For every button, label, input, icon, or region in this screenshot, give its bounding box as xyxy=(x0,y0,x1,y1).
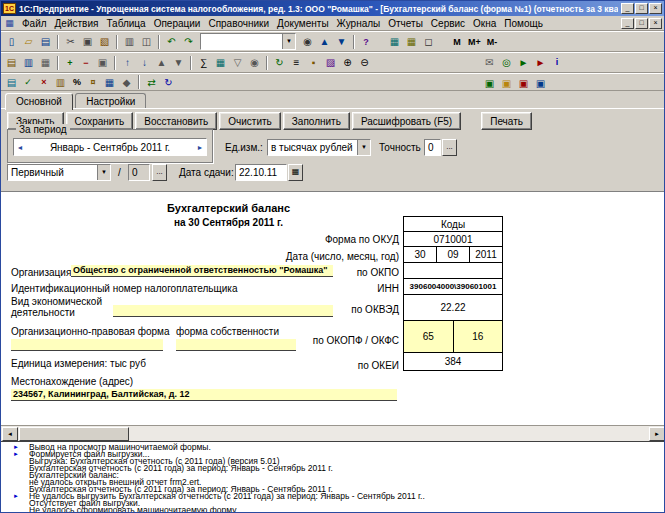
doc-yellow-icon[interactable]: ▣ xyxy=(498,75,515,91)
mail-icon[interactable]: ✉ xyxy=(481,54,498,70)
find-prev-icon[interactable]: ▲ xyxy=(316,34,333,50)
check-icon[interactable]: ✓ xyxy=(20,74,36,90)
copy-icon[interactable]: ▣ xyxy=(79,34,96,50)
info-icon[interactable]: i xyxy=(549,54,565,70)
legal-form-field[interactable] xyxy=(11,339,163,351)
chevron-down-icon[interactable]: ▼ xyxy=(282,34,295,49)
settings-icon[interactable]: ≡ xyxy=(288,55,305,71)
address-field[interactable]: 234567, Калининград, Балтийская, д. 12 xyxy=(11,389,397,401)
menu-reports[interactable]: Отчеты xyxy=(384,16,427,31)
memory-plus-button[interactable]: М+ xyxy=(465,34,484,50)
print-preview-icon[interactable]: ◫ xyxy=(138,34,155,50)
menu-operations[interactable]: Операции xyxy=(150,16,205,31)
memory-minus-button[interactable]: М- xyxy=(484,34,501,50)
search-table-icon[interactable]: ◉ xyxy=(246,55,263,71)
zoom-out-icon[interactable]: ⊖ xyxy=(356,55,373,71)
ownership-field[interactable] xyxy=(176,339,296,351)
print-button[interactable]: Печать xyxy=(481,112,532,130)
undo-icon[interactable]: ↶ xyxy=(163,34,180,50)
fill-button[interactable]: Заполнить xyxy=(283,112,350,130)
table-print-icon[interactable]: ▦ xyxy=(37,55,54,71)
decrypt-button[interactable]: Расшифровать (F5) xyxy=(352,112,461,130)
cut-icon[interactable]: ✂ xyxy=(62,34,79,50)
clear-button[interactable]: Очистить xyxy=(219,112,281,130)
chart-icon[interactable]: ▨ xyxy=(322,55,339,71)
menu-windows[interactable]: Окна xyxy=(469,16,500,31)
doc-red-icon[interactable]: ▣ xyxy=(515,75,532,91)
mdi-minimize-button[interactable]: _ xyxy=(621,18,634,29)
scrollbar-thumb[interactable] xyxy=(19,427,129,441)
help-icon[interactable]: ? xyxy=(358,34,374,50)
find-icon[interactable]: ◉ xyxy=(299,34,316,50)
chevron-down-icon[interactable]: ▼ xyxy=(357,140,370,155)
doc-green-icon[interactable]: ▣ xyxy=(481,75,498,91)
table-save-icon[interactable]: ▥ xyxy=(20,55,37,71)
organization-field[interactable]: Общество с ограниченной ответственностью… xyxy=(71,265,333,277)
mdi-close-button[interactable]: × xyxy=(649,18,662,29)
restore-button[interactable]: Восстановить xyxy=(135,112,217,130)
sort-desc-icon[interactable]: ▼ xyxy=(170,55,187,71)
menu-references[interactable]: Справочники xyxy=(204,16,273,31)
unit-combobox[interactable]: в тысячах рублей ▼ xyxy=(267,139,371,156)
find-next-icon[interactable]: ▼ xyxy=(333,34,350,50)
menu-service[interactable]: Сервис xyxy=(427,16,469,31)
correction-number-field[interactable]: 0 xyxy=(128,164,150,181)
run-icon[interactable]: ► xyxy=(515,54,532,70)
insert-row-icon[interactable]: + xyxy=(62,55,78,71)
lock-icon[interactable]: ▪ xyxy=(305,55,322,71)
stop-icon[interactable]: ► xyxy=(532,54,549,70)
report-icon[interactable]: ▤ xyxy=(3,74,20,90)
period-prev-icon[interactable]: ◄ xyxy=(14,144,26,151)
paste-icon[interactable]: ▧ xyxy=(96,34,113,50)
calc-table-icon[interactable]: ▦ xyxy=(212,55,229,71)
document-table-icon[interactable]: ▦ xyxy=(101,74,118,90)
toolbar-combobox[interactable]: ▼ xyxy=(200,33,296,50)
okfs-value[interactable]: 16 xyxy=(454,321,503,352)
reload-icon[interactable]: ↻ xyxy=(160,74,177,90)
memory-recall-button[interactable]: М xyxy=(449,34,465,50)
menu-help[interactable]: Помощь xyxy=(500,16,547,31)
exchange-icon[interactable]: ⇄ xyxy=(143,74,160,90)
print-icon[interactable]: ▥ xyxy=(121,34,138,50)
clip-icon[interactable]: ◆ xyxy=(118,74,135,90)
correction-more-button[interactable]: ... xyxy=(152,164,167,181)
period-range-field[interactable]: ◄ Январь - Сентябрь 2011 г. ► xyxy=(13,138,207,156)
globe-icon[interactable]: ◎ xyxy=(498,54,515,70)
menu-actions[interactable]: Действия xyxy=(51,16,103,31)
maximize-button[interactable]: □ xyxy=(635,3,648,14)
period-next-icon[interactable]: ► xyxy=(194,144,206,151)
sum-icon[interactable]: ∑ xyxy=(195,55,212,71)
copy-row-icon[interactable]: ▣ xyxy=(94,55,111,71)
cancel-icon[interactable]: × xyxy=(36,74,52,90)
minimize-button[interactable]: _ xyxy=(621,3,634,14)
monitor-icon[interactable]: ◻ xyxy=(420,34,437,50)
percent-icon[interactable]: % xyxy=(69,74,85,90)
scroll-left-icon[interactable]: ◄ xyxy=(2,427,18,441)
save-icon[interactable]: ▤ xyxy=(37,34,54,50)
scroll-right-icon[interactable]: ► xyxy=(649,427,665,441)
menu-journals[interactable]: Журналы xyxy=(333,16,385,31)
doc-blue-icon[interactable]: ▣ xyxy=(532,75,549,91)
menu-table[interactable]: Таблица xyxy=(102,16,149,31)
tab-settings[interactable]: Настройки xyxy=(75,93,146,109)
okved-value[interactable]: 22.22 xyxy=(404,295,502,320)
menu-documents[interactable]: Документы xyxy=(273,16,333,31)
horizontal-scrollbar[interactable]: ◄ ► xyxy=(1,425,665,441)
delete-row-icon[interactable]: − xyxy=(78,55,94,71)
chevron-down-icon[interactable]: ▼ xyxy=(97,165,110,180)
zoom-in-icon[interactable]: ⊕ xyxy=(339,55,356,71)
report-kind-combobox[interactable]: Первичный ▼ xyxy=(7,164,111,181)
precision-more-button[interactable]: ... xyxy=(442,139,457,156)
open-icon[interactable]: ▱ xyxy=(20,34,37,50)
table-open-icon[interactable]: ▤ xyxy=(3,55,20,71)
sort-asc-icon[interactable]: ▲ xyxy=(153,55,170,71)
save-button[interactable]: Сохранить xyxy=(66,112,134,130)
inn-value[interactable]: 3906004000\390601001 xyxy=(404,279,502,294)
menu-file[interactable]: Файл xyxy=(18,16,51,31)
close-button[interactable]: × xyxy=(649,3,662,14)
book-icon[interactable]: ▥ xyxy=(52,74,69,90)
submission-date-field[interactable]: 22.10.11 xyxy=(235,164,287,181)
okpo-value[interactable] xyxy=(404,263,502,278)
tab-main[interactable]: Основной xyxy=(5,93,73,110)
activity-field[interactable] xyxy=(113,305,333,317)
